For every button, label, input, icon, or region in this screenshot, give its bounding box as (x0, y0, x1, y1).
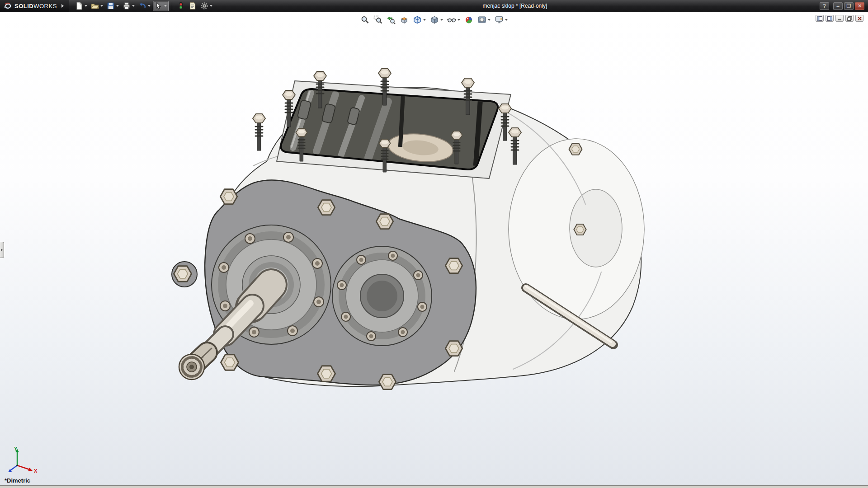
new-document-icon (75, 2, 83, 10)
display-style-button[interactable] (429, 14, 444, 26)
options-gear-icon (200, 2, 208, 10)
appearance-ball-icon (464, 15, 473, 24)
zoom-to-area-button[interactable] (373, 14, 383, 26)
eyeglasses-icon (447, 15, 456, 24)
dropdown-caret-icon[interactable] (164, 5, 167, 7)
window-title: menjac sklop * [Read-only] (214, 3, 816, 9)
brand-name-light: WORKS (33, 3, 57, 9)
brand-name-bold: SOLID (14, 3, 33, 9)
y-axis-label: Y (14, 446, 18, 451)
pane-right-button[interactable] (826, 15, 834, 22)
options-button[interactable] (199, 1, 214, 11)
status-bar (0, 485, 868, 488)
new-document-button[interactable] (74, 1, 89, 11)
minimize-icon (837, 16, 842, 21)
pane-right-icon (827, 16, 832, 21)
print-icon (123, 2, 131, 10)
solidworks-window: SOLIDWORKS (0, 0, 868, 488)
dropdown-caret-icon[interactable] (210, 5, 212, 7)
maximize-button[interactable]: ❐ (844, 2, 854, 10)
view-orientation-button[interactable] (412, 14, 427, 26)
zoom-to-fit-icon (360, 15, 369, 24)
save-floppy-icon (107, 2, 115, 10)
document-restore-button[interactable] (845, 15, 854, 22)
dropdown-caret-icon[interactable] (423, 19, 426, 21)
dropdown-caret-icon[interactable] (132, 5, 135, 7)
print-button[interactable] (121, 1, 136, 11)
apply-scene-icon (477, 15, 486, 24)
brand-name: SOLIDWORKS (14, 3, 57, 9)
edit-appearance-button[interactable] (463, 14, 474, 26)
rebuild-traffic-light-icon (177, 2, 185, 10)
window-controls: ? – ❐ ✕ (816, 2, 868, 10)
open-button[interactable] (90, 1, 104, 11)
file-properties-button[interactable] (187, 1, 198, 11)
previous-view-icon (387, 15, 396, 24)
view-settings-icon (495, 15, 504, 24)
select-cursor-icon (155, 2, 163, 10)
main-toolbar (69, 1, 214, 11)
solidworks-brand[interactable]: SOLIDWORKS (0, 0, 69, 12)
undo-button[interactable] (137, 1, 152, 11)
zoom-to-fit-button[interactable] (359, 14, 370, 26)
rebuild-button[interactable] (175, 1, 186, 11)
x-axis-arrow-icon (28, 468, 33, 471)
minimize-button[interactable]: – (833, 2, 843, 10)
dropdown-caret-icon[interactable] (100, 5, 103, 7)
apply-scene-button[interactable] (476, 14, 491, 26)
select-tool-button[interactable] (153, 1, 169, 11)
menu-expand-arrow-icon[interactable] (61, 4, 64, 8)
display-style-cube-icon (430, 15, 439, 24)
dropdown-caret-icon[interactable] (440, 19, 443, 21)
document-minimize-button[interactable] (835, 15, 844, 22)
document-close-button[interactable] (855, 15, 863, 22)
restore-icon (847, 16, 852, 21)
graphics-area[interactable]: Y X *Dimetric (0, 12, 868, 485)
title-bar: SOLIDWORKS (0, 0, 868, 12)
open-folder-icon (91, 2, 99, 10)
close-button[interactable]: ✕ (855, 2, 864, 10)
x-axis-label: X (34, 468, 38, 474)
section-view-button[interactable] (399, 14, 410, 26)
close-icon (857, 16, 862, 21)
pane-left-icon (817, 16, 822, 21)
view-settings-button[interactable] (494, 14, 509, 26)
dropdown-caret-icon[interactable] (505, 19, 508, 21)
dropdown-caret-icon[interactable] (148, 5, 151, 7)
section-view-icon (400, 15, 409, 24)
output-shaft-flange[interactable] (332, 246, 432, 346)
zoom-to-area-icon (373, 15, 382, 24)
help-button[interactable]: ? (820, 2, 829, 10)
dassault-logo-icon (4, 2, 12, 10)
featuremanager-flyout-tab[interactable] (0, 242, 4, 258)
file-properties-icon (189, 2, 197, 10)
pane-left-button[interactable] (816, 15, 824, 22)
dropdown-caret-icon[interactable] (458, 19, 460, 21)
view-orientation-cube-icon (413, 15, 422, 24)
hide-show-items-button[interactable] (446, 14, 461, 26)
save-button[interactable] (105, 1, 120, 11)
heads-up-view-toolbar (359, 14, 509, 26)
document-window-controls (816, 15, 863, 22)
view-orientation-label: *Dimetric (5, 477, 30, 484)
previous-view-button[interactable] (386, 14, 396, 26)
dropdown-caret-icon[interactable] (85, 5, 87, 7)
toolbar-separator (172, 2, 172, 10)
orientation-triad[interactable]: Y X (4, 446, 42, 474)
gearbox-model[interactable] (0, 12, 868, 485)
dropdown-caret-icon[interactable] (116, 5, 119, 7)
undo-arrow-icon (138, 2, 146, 10)
dropdown-caret-icon[interactable] (488, 19, 491, 21)
